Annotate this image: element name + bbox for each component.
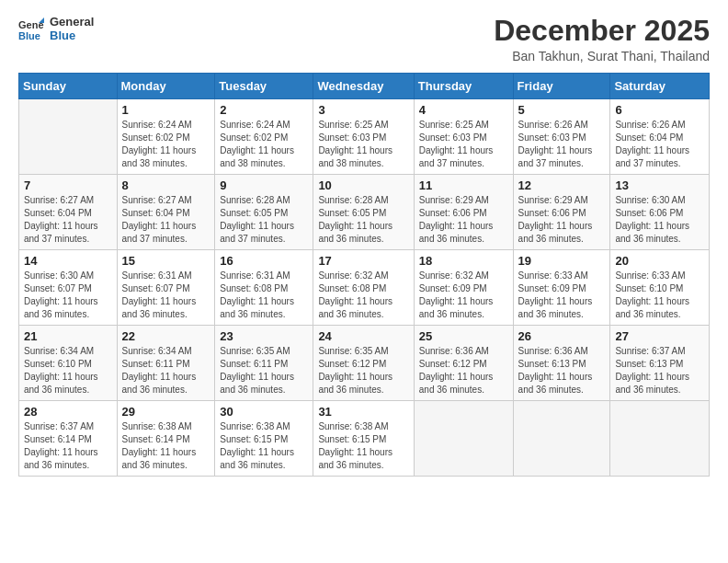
day-number: 16 (220, 254, 308, 268)
day-number: 27 (615, 329, 704, 343)
calendar-cell: 15Sunrise: 6:31 AM Sunset: 6:07 PM Dayli… (117, 250, 215, 326)
calendar-cell: 3Sunrise: 6:25 AM Sunset: 6:03 PM Daylig… (313, 99, 414, 175)
calendar-week-row: 21Sunrise: 6:34 AM Sunset: 6:10 PM Dayli… (19, 326, 710, 401)
calendar-cell: 10Sunrise: 6:28 AM Sunset: 6:05 PM Dayli… (313, 175, 414, 250)
day-info: Sunrise: 6:29 AM Sunset: 6:06 PM Dayligh… (419, 194, 508, 246)
day-of-week-header: Friday (513, 74, 610, 99)
day-info: Sunrise: 6:34 AM Sunset: 6:10 PM Dayligh… (24, 345, 112, 396)
day-number: 21 (24, 329, 112, 343)
day-info: Sunrise: 6:24 AM Sunset: 6:02 PM Dayligh… (122, 119, 210, 170)
day-number: 14 (24, 254, 112, 268)
calendar-week-row: 7Sunrise: 6:27 AM Sunset: 6:04 PM Daylig… (19, 175, 710, 250)
day-number: 26 (518, 329, 606, 343)
calendar-cell: 27Sunrise: 6:37 AM Sunset: 6:13 PM Dayli… (610, 326, 710, 401)
calendar-cell: 5Sunrise: 6:26 AM Sunset: 6:03 PM Daylig… (513, 99, 610, 175)
day-info: Sunrise: 6:25 AM Sunset: 6:03 PM Dayligh… (318, 119, 408, 170)
calendar-cell: 26Sunrise: 6:36 AM Sunset: 6:13 PM Dayli… (513, 326, 610, 401)
day-number: 3 (318, 103, 408, 117)
subtitle: Ban Takhun, Surat Thani, Thailand (494, 49, 710, 63)
day-info: Sunrise: 6:28 AM Sunset: 6:05 PM Dayligh… (220, 194, 308, 246)
day-number: 11 (419, 178, 508, 192)
day-number: 23 (220, 329, 308, 343)
calendar-cell: 13Sunrise: 6:30 AM Sunset: 6:06 PM Dayli… (610, 175, 710, 250)
day-of-week-header: Wednesday (313, 74, 414, 99)
calendar-cell: 24Sunrise: 6:35 AM Sunset: 6:12 PM Dayli… (313, 326, 414, 401)
day-info: Sunrise: 6:31 AM Sunset: 6:08 PM Dayligh… (220, 270, 308, 321)
month-title: December 2025 (494, 15, 710, 47)
day-number: 17 (318, 254, 408, 268)
day-of-week-header: Saturday (610, 74, 710, 99)
day-number: 10 (318, 178, 408, 192)
day-info: Sunrise: 6:26 AM Sunset: 6:03 PM Dayligh… (518, 119, 606, 170)
day-info: Sunrise: 6:36 AM Sunset: 6:12 PM Dayligh… (419, 345, 508, 396)
calendar-cell: 29Sunrise: 6:38 AM Sunset: 6:14 PM Dayli… (117, 401, 215, 477)
day-number: 12 (518, 178, 606, 192)
day-info: Sunrise: 6:26 AM Sunset: 6:04 PM Dayligh… (615, 119, 704, 170)
title-block: December 2025 Ban Takhun, Surat Thani, T… (494, 15, 710, 63)
day-info: Sunrise: 6:31 AM Sunset: 6:07 PM Dayligh… (122, 270, 210, 321)
calendar-cell: 14Sunrise: 6:30 AM Sunset: 6:07 PM Dayli… (19, 250, 118, 326)
svg-text:Blue: Blue (18, 30, 40, 41)
day-of-week-header: Thursday (414, 74, 513, 99)
calendar-cell (414, 401, 513, 477)
calendar-cell: 16Sunrise: 6:31 AM Sunset: 6:08 PM Dayli… (215, 250, 313, 326)
day-info: Sunrise: 6:29 AM Sunset: 6:06 PM Dayligh… (518, 194, 606, 246)
day-info: Sunrise: 6:38 AM Sunset: 6:15 PM Dayligh… (220, 420, 308, 472)
calendar-cell: 2Sunrise: 6:24 AM Sunset: 6:02 PM Daylig… (215, 99, 313, 175)
day-number: 25 (419, 329, 508, 343)
day-info: Sunrise: 6:24 AM Sunset: 6:02 PM Dayligh… (220, 119, 308, 170)
calendar-cell: 25Sunrise: 6:36 AM Sunset: 6:12 PM Dayli… (414, 326, 513, 401)
calendar-cell: 18Sunrise: 6:32 AM Sunset: 6:09 PM Dayli… (414, 250, 513, 326)
calendar-cell: 17Sunrise: 6:32 AM Sunset: 6:08 PM Dayli… (313, 250, 414, 326)
calendar-week-row: 1Sunrise: 6:24 AM Sunset: 6:02 PM Daylig… (19, 99, 710, 175)
calendar-cell: 4Sunrise: 6:25 AM Sunset: 6:03 PM Daylig… (414, 99, 513, 175)
calendar-cell: 22Sunrise: 6:34 AM Sunset: 6:11 PM Dayli… (117, 326, 215, 401)
day-number: 1 (122, 103, 210, 117)
calendar-cell: 11Sunrise: 6:29 AM Sunset: 6:06 PM Dayli… (414, 175, 513, 250)
day-info: Sunrise: 6:35 AM Sunset: 6:12 PM Dayligh… (318, 345, 408, 396)
calendar-cell (610, 401, 710, 477)
day-number: 18 (419, 254, 508, 268)
day-number: 29 (122, 405, 210, 419)
calendar-header-row: SundayMondayTuesdayWednesdayThursdayFrid… (19, 74, 710, 99)
day-number: 28 (24, 405, 112, 419)
day-info: Sunrise: 6:25 AM Sunset: 6:03 PM Dayligh… (419, 119, 508, 170)
day-number: 30 (220, 405, 308, 419)
day-info: Sunrise: 6:28 AM Sunset: 6:05 PM Dayligh… (318, 194, 408, 246)
calendar-cell: 7Sunrise: 6:27 AM Sunset: 6:04 PM Daylig… (19, 175, 118, 250)
day-info: Sunrise: 6:37 AM Sunset: 6:13 PM Dayligh… (615, 345, 704, 396)
day-number: 7 (24, 178, 112, 192)
day-info: Sunrise: 6:36 AM Sunset: 6:13 PM Dayligh… (518, 345, 606, 396)
calendar-cell: 23Sunrise: 6:35 AM Sunset: 6:11 PM Dayli… (215, 326, 313, 401)
day-number: 6 (615, 103, 704, 117)
day-number: 24 (318, 329, 408, 343)
calendar-cell: 30Sunrise: 6:38 AM Sunset: 6:15 PM Dayli… (215, 401, 313, 477)
day-info: Sunrise: 6:27 AM Sunset: 6:04 PM Dayligh… (24, 194, 112, 246)
day-of-week-header: Monday (117, 74, 215, 99)
calendar-cell: 31Sunrise: 6:38 AM Sunset: 6:15 PM Dayli… (313, 401, 414, 477)
calendar-cell: 20Sunrise: 6:33 AM Sunset: 6:10 PM Dayli… (610, 250, 710, 326)
day-info: Sunrise: 6:33 AM Sunset: 6:10 PM Dayligh… (615, 270, 704, 321)
calendar-cell: 6Sunrise: 6:26 AM Sunset: 6:04 PM Daylig… (610, 99, 710, 175)
day-of-week-header: Sunday (19, 74, 118, 99)
logo-general: General (50, 15, 94, 29)
day-info: Sunrise: 6:32 AM Sunset: 6:08 PM Dayligh… (318, 270, 408, 321)
calendar-week-row: 28Sunrise: 6:37 AM Sunset: 6:14 PM Dayli… (19, 401, 710, 477)
page: General Blue General Blue December 2025 … (0, 0, 728, 563)
calendar-cell: 28Sunrise: 6:37 AM Sunset: 6:14 PM Dayli… (19, 401, 118, 477)
calendar-cell: 12Sunrise: 6:29 AM Sunset: 6:06 PM Dayli… (513, 175, 610, 250)
day-info: Sunrise: 6:32 AM Sunset: 6:09 PM Dayligh… (419, 270, 508, 321)
day-info: Sunrise: 6:37 AM Sunset: 6:14 PM Dayligh… (24, 420, 112, 472)
day-number: 9 (220, 178, 308, 192)
day-info: Sunrise: 6:34 AM Sunset: 6:11 PM Dayligh… (122, 345, 210, 396)
calendar-table: SundayMondayTuesdayWednesdayThursdayFrid… (18, 73, 710, 477)
svg-text:General: General (18, 19, 44, 30)
day-number: 15 (122, 254, 210, 268)
day-info: Sunrise: 6:38 AM Sunset: 6:14 PM Dayligh… (122, 420, 210, 472)
calendar-cell: 1Sunrise: 6:24 AM Sunset: 6:02 PM Daylig… (117, 99, 215, 175)
day-number: 5 (518, 103, 606, 117)
calendar-cell: 21Sunrise: 6:34 AM Sunset: 6:10 PM Dayli… (19, 326, 118, 401)
day-number: 4 (419, 103, 508, 117)
header: General Blue General Blue December 2025 … (18, 15, 710, 63)
logo-icon: General Blue (18, 16, 44, 41)
